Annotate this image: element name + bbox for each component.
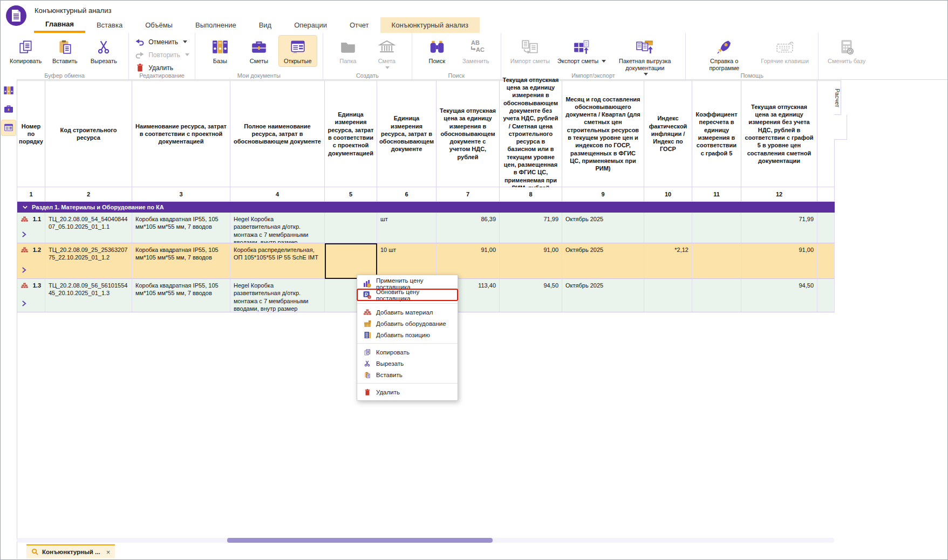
copy-icon [363,349,371,356]
menu-item-delete[interactable]: Удалить [357,386,458,398]
bases-button[interactable]: Базы [201,35,240,67]
cell-code[interactable]: ТЦ_20.2.08.09_25_2536320775_22.10.2025_0… [45,243,132,279]
hotkeys-button[interactable]: Горячие клавиши [757,35,813,67]
cell-price-final[interactable]: 91,00 [741,243,817,279]
row-id-cell[interactable]: 1.3 [17,279,45,312]
caret-down-icon[interactable] [183,40,187,43]
cell-inflation-index[interactable] [644,279,692,312]
cell-price-final[interactable]: 71,99 [741,213,817,243]
expand-chevron-icon[interactable] [22,267,26,275]
menu-item-update-supplier-price[interactable]: Обновить цену поставщика [357,289,458,301]
search-button[interactable]: Поиск [418,35,456,67]
cell-name[interactable]: Коробка квадратная IP55, 105 мм*105 мм*5… [132,279,230,312]
tab-otchet[interactable]: Отчет [338,17,380,33]
cell-inflation-index[interactable] [644,213,692,243]
cell-month[interactable]: Октябрь 2025 [562,279,644,312]
row-id-cell[interactable]: 1.2 [17,243,45,279]
column-number: 4 [230,187,325,202]
tab-vypolnenie[interactable]: Выполнение [184,17,248,33]
sidebar-estimates-button[interactable] [1,101,16,117]
cell-unit-project[interactable] [325,213,377,243]
cell-conversion-coef[interactable] [692,279,741,312]
sidebar-bases-button[interactable] [1,82,16,98]
expand-chevron-icon[interactable] [22,231,26,240]
sidebar-open-docs-button[interactable] [1,120,16,136]
cell-spacer[interactable] [817,213,835,243]
cell-conversion-coef[interactable] [692,213,741,243]
ribbon-group-help: Справка о программе Горячие клавиши Помо… [686,33,819,79]
new-estimate-button[interactable]: Смета [367,35,406,71]
cell-price-final[interactable]: 94,50 [741,279,817,312]
menu-item-cut[interactable]: Вырезать [357,358,458,369]
tab-obyomy[interactable]: Объёмы [134,17,184,33]
expand-chevron-icon[interactable] [22,300,26,309]
cell-price-no-vat[interactable]: 94,50 [500,279,562,312]
cell-full-name[interactable]: Hegel Коробка разветвительная д/откр. мо… [230,279,325,312]
table-header-row: Номер по порядку Код строительного ресур… [17,80,835,187]
cell-month[interactable]: Октябрь 2025 [562,213,644,243]
cell-unit-doc[interactable]: 10 шт [377,243,437,279]
copy-button[interactable]: Копировать [6,35,45,67]
chevron-down-icon[interactable] [22,204,28,210]
cell-price-no-vat[interactable]: 91,00 [500,243,562,279]
cell-code[interactable]: ТЦ_20.2.08.09_56_5610155445_20.10.2025_0… [45,279,132,312]
tab-konyunkturny-analiz[interactable]: Конъюнктурный анализ [380,17,480,33]
caret-down-icon[interactable] [602,60,606,63]
tab-glavnaya[interactable]: Главная [34,17,85,33]
cell-price-with-vat[interactable]: 91,00 [437,243,500,279]
delete-button[interactable]: Удалить [134,62,189,73]
menu-item-paste[interactable]: Вставить [357,369,458,380]
estimates-button[interactable]: Сметы [240,35,278,67]
cell-name[interactable]: Коробка квадратная IP55, 105 мм*105 мм*5… [132,213,230,243]
cell-price-with-vat[interactable]: 86,39 [437,213,500,243]
column-number: 5 [325,187,377,202]
export-estimate-button[interactable]: Экспорт сметы [554,35,610,67]
copy-icon [18,37,34,57]
paste-button[interactable]: Вставить [45,35,84,67]
replace-button[interactable]: ABAC Заменить [456,35,495,67]
undo-button[interactable]: Отменить [134,36,189,47]
section-header-row[interactable]: Раздел 1. Материалы и Оборудование по КА [17,202,835,213]
column-number: 1 [17,187,45,202]
document-tab[interactable]: Конъюнктурный ... × [26,544,115,558]
menu-item-apply-supplier-price[interactable]: Применить цену поставщика [357,278,458,289]
import-estimate-button[interactable]: Импорт сметы [507,35,554,67]
menu-item-add-position[interactable]: Добавить позицию [357,329,458,340]
change-database-button[interactable]: Сменить базу [824,35,869,67]
cell-name[interactable]: Коробка квадратная IP55, 105 мм*105 мм*5… [132,243,230,279]
caret-down-icon[interactable] [185,53,189,56]
cell-full-name[interactable]: Коробка распределительная, ОП 105*105*55… [230,243,325,279]
horizontal-scrollbar-thumb[interactable] [227,538,493,543]
redo-button[interactable]: Повторить [134,49,189,60]
cell-conversion-coef[interactable] [692,243,741,279]
cell-month[interactable]: Октябрь 2025 [562,243,644,279]
cell-unit-doc[interactable]: шт [377,213,437,243]
close-icon[interactable]: × [106,548,111,556]
cell-spacer[interactable] [817,243,835,279]
batch-export-button[interactable]: Пакетная выгрузка документации [610,35,680,78]
cell-inflation-index[interactable]: *2,12 [644,243,692,279]
tab-raschet[interactable]: Расчет [834,80,841,115]
binoculars-icon [428,37,446,57]
menu-item-add-material[interactable]: Добавить материал [357,306,458,318]
tab-operacii[interactable]: Операции [283,17,338,33]
open-documents-button[interactable]: Открытые [278,35,317,67]
folder-icon [339,37,357,57]
cell-code[interactable]: ТЦ_20.2.08.09_54_5404084407_05.10.2025_0… [45,213,132,243]
table-row-selected: 1.2 ТЦ_20.2.08.09_25_2536320775_22.10.20… [17,243,835,279]
cell-unit-project-focused[interactable] [325,243,377,279]
menu-item-add-equipment[interactable]: Добавить оборудование [357,318,458,329]
cell-spacer[interactable] [817,279,835,312]
tab-vstavka[interactable]: Вставка [85,17,134,33]
tab-vid[interactable]: Вид [248,17,283,33]
caret-down-icon[interactable] [385,66,390,69]
export-icon [572,37,591,57]
cell-price-no-vat[interactable]: 71,99 [500,213,562,243]
context-menu: Применить цену поставщика Обновить цену … [357,275,458,401]
cut-button[interactable]: Вырезать [84,35,123,67]
cell-full-name[interactable]: Hegel Коробка разветвительная д/откр. мо… [230,213,325,243]
row-id-cell[interactable]: 1.1 [17,213,45,243]
menu-item-copy[interactable]: Копировать [357,346,458,358]
about-button[interactable]: Справка о программе [691,35,757,73]
new-folder-button[interactable]: Папка [329,35,367,67]
